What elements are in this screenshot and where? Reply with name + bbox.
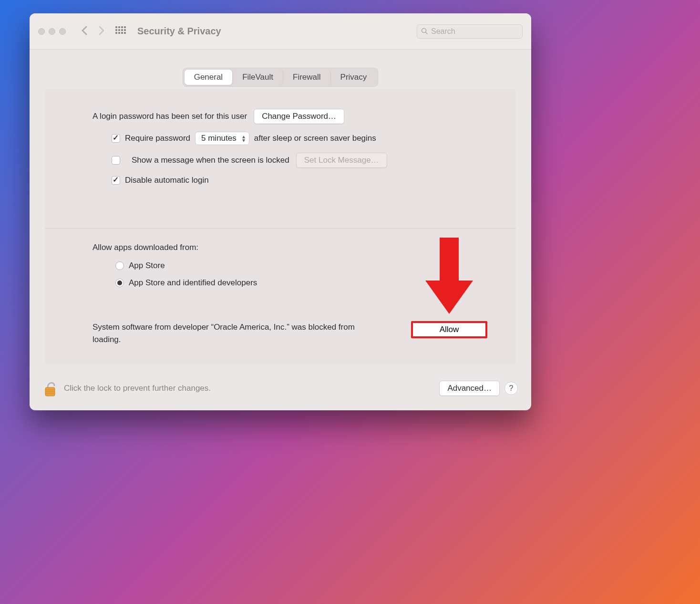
nav-arrows — [81, 25, 105, 38]
disable-automatic-login-checkbox[interactable] — [112, 176, 120, 185]
password-delay-value: 5 minutes — [201, 134, 237, 143]
set-lock-message-button[interactable]: Set Lock Message… — [296, 153, 387, 168]
divider — [45, 228, 516, 229]
show-lock-message-checkbox[interactable] — [112, 156, 120, 165]
app-store-identified-label: App Store and identified developers — [129, 278, 257, 288]
window-controls — [38, 28, 66, 35]
svg-rect-2 — [440, 238, 459, 283]
change-password-button[interactable]: Change Password… — [254, 109, 344, 124]
annotation-arrow-icon — [423, 238, 475, 321]
svg-line-1 — [426, 32, 428, 34]
zoom-window-button[interactable] — [59, 28, 66, 35]
login-password-text: A login password has been set for this u… — [93, 112, 247, 121]
show-lock-message-label: Show a message when the screen is locked — [132, 156, 289, 165]
footer: Click the lock to prevent further change… — [30, 368, 531, 410]
preferences-window: Security & Privacy Search General FileVa… — [30, 13, 531, 410]
password-delay-select[interactable]: 5 minutes ▴▾ — [195, 132, 249, 145]
app-store-label: App Store — [129, 261, 165, 271]
search-placeholder: Search — [431, 27, 455, 36]
require-password-label: Require password — [125, 134, 190, 143]
disable-automatic-login-label: Disable automatic login — [125, 176, 209, 185]
show-all-icon[interactable] — [115, 26, 126, 37]
search-icon — [421, 28, 428, 35]
general-panel: A login password has been set for this u… — [45, 89, 516, 364]
require-password-checkbox[interactable] — [112, 134, 120, 143]
allow-button[interactable]: Allow — [411, 321, 487, 338]
back-button[interactable] — [81, 25, 88, 38]
tab-privacy[interactable]: Privacy — [331, 70, 377, 85]
window-title: Security & Privacy — [137, 26, 221, 37]
svg-marker-3 — [425, 281, 473, 314]
tab-firewall[interactable]: Firewall — [283, 70, 331, 85]
blocked-software-text: System software from developer “Oracle A… — [73, 321, 379, 345]
app-store-identified-radio[interactable] — [115, 279, 124, 287]
help-button[interactable]: ? — [504, 382, 518, 395]
content-area: General FileVault Firewall Privacy A log… — [30, 50, 531, 368]
forward-button[interactable] — [98, 25, 105, 38]
search-input[interactable]: Search — [417, 24, 523, 39]
lock-icon[interactable] — [43, 379, 57, 398]
titlebar: Security & Privacy Search — [30, 13, 531, 50]
tab-filevault[interactable]: FileVault — [233, 70, 283, 85]
close-window-button[interactable] — [38, 28, 45, 35]
minimize-window-button[interactable] — [49, 28, 55, 35]
chevron-updown-icon: ▴▾ — [242, 135, 245, 142]
advanced-button[interactable]: Advanced… — [439, 381, 500, 396]
tab-general[interactable]: General — [185, 70, 233, 85]
after-sleep-label: after sleep or screen saver begins — [254, 134, 376, 143]
tab-bar: General FileVault Firewall Privacy — [183, 68, 379, 87]
lock-message: Click the lock to prevent further change… — [64, 384, 211, 393]
app-store-radio[interactable] — [115, 261, 124, 270]
